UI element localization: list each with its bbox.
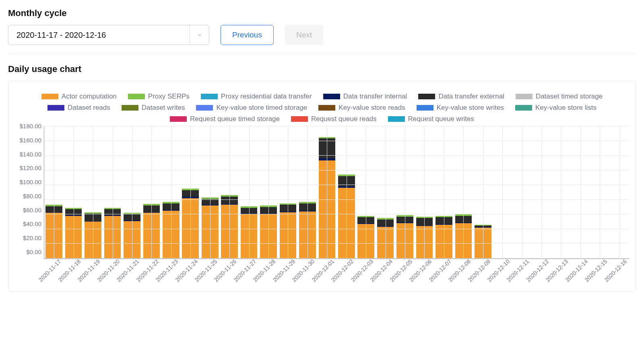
legend-item[interactable]: Proxy residential data transfer <box>201 92 312 101</box>
legend-label: Proxy SERPs <box>148 92 190 101</box>
legend-label: Key-value store timed storage <box>216 104 307 112</box>
x-tick: 2020-11-29 <box>278 259 297 288</box>
gridline-v <box>74 126 74 259</box>
x-tick: 2020-12-09 <box>473 259 492 288</box>
gridline-v <box>327 126 327 259</box>
legend-item[interactable]: Dataset reads <box>47 104 110 112</box>
gridline-v <box>600 126 600 259</box>
x-tick: 2020-12-04 <box>376 259 395 288</box>
cycle-range-select[interactable]: 2020-11-17 - 2020-12-16 <box>8 25 209 45</box>
next-button: Next <box>285 25 323 45</box>
legend-item[interactable]: Key-value store lists <box>515 104 597 112</box>
gridline-v <box>54 126 54 259</box>
legend-item[interactable]: Request queue writes <box>388 115 474 123</box>
y-axis: $180.00$160.00$140.00$120.00$100.00$80.0… <box>15 123 44 255</box>
chart-legend: Actor computationProxy SERPsProxy reside… <box>15 91 629 125</box>
legend-item[interactable]: Key-value store reads <box>318 104 405 112</box>
x-tick: 2020-12-02 <box>336 259 356 288</box>
legend-item[interactable]: Data transfer internal <box>323 92 407 101</box>
legend-item[interactable]: Proxy SERPs <box>128 92 190 101</box>
x-tick: 2020-11-19 <box>83 259 102 288</box>
y-tick-label: $140.00 <box>20 151 41 158</box>
legend-swatch <box>323 94 340 99</box>
gridline-v <box>347 126 347 259</box>
gridline-v <box>229 126 230 259</box>
x-tick: 2020-12-01 <box>317 259 336 288</box>
legend-item[interactable]: Key-value store timed storage <box>196 104 307 112</box>
y-tick-label: $40.00 <box>23 220 41 227</box>
gridline-v <box>424 126 425 259</box>
legend-label: Actor computation <box>62 92 117 101</box>
legend-swatch <box>516 94 533 99</box>
legend-swatch <box>515 105 532 111</box>
y-tick-label: $120.00 <box>20 164 41 171</box>
legend-swatch <box>388 116 405 122</box>
legend-item[interactable]: Actor computation <box>41 92 117 101</box>
x-tick: 2020-11-20 <box>102 259 122 288</box>
x-tick: 2020-12-05 <box>395 259 414 288</box>
legend-swatch <box>417 105 433 111</box>
legend-label: Dataset reads <box>68 104 110 112</box>
legend-label: Key-value store reads <box>339 104 405 112</box>
y-tick-label: $60.00 <box>23 207 41 214</box>
chevron-down-icon <box>190 25 209 45</box>
legend-item[interactable]: Request queue timed storage <box>170 115 280 123</box>
gridline-v <box>171 126 171 259</box>
legend-swatch <box>41 94 58 99</box>
x-tick: 2020-11-18 <box>63 259 83 288</box>
monthly-cycle-heading: Monthly cycle <box>8 8 636 18</box>
legend-label: Request queue writes <box>408 115 474 123</box>
x-tick: 2020-12-06 <box>415 259 434 288</box>
y-tick-label: $0.00 <box>26 249 41 255</box>
gridline-v <box>522 126 522 259</box>
gridline-v <box>483 126 483 259</box>
x-tick: 2020-11-25 <box>200 259 219 288</box>
legend-swatch <box>318 105 335 111</box>
legend-item[interactable]: Dataset timed storage <box>516 92 603 101</box>
gridline-v <box>561 126 561 259</box>
legend-swatch <box>201 94 218 99</box>
x-tick: 2020-11-27 <box>239 259 258 288</box>
legend-swatch <box>47 105 64 111</box>
x-tick: 2020-12-12 <box>532 259 551 288</box>
gridline-v <box>113 126 113 259</box>
x-tick: 2020-11-23 <box>161 259 180 288</box>
x-tick: 2020-11-22 <box>141 259 161 288</box>
legend-item[interactable]: Dataset writes <box>122 104 185 112</box>
x-tick: 2020-12-07 <box>434 259 453 288</box>
x-tick: 2020-11-24 <box>180 259 200 288</box>
gridline-v <box>444 126 444 259</box>
legend-label: Dataset timed storage <box>536 92 603 101</box>
gridline-v <box>541 126 542 259</box>
legend-label: Dataset writes <box>142 104 185 112</box>
legend-swatch <box>196 105 213 111</box>
legend-item[interactable]: Data transfer external <box>418 92 504 101</box>
legend-item[interactable]: Request queue reads <box>291 115 377 123</box>
y-tick-label: $160.00 <box>20 137 41 144</box>
legend-label: Data transfer external <box>438 92 504 101</box>
legend-swatch <box>418 94 435 99</box>
y-tick-label: $180.00 <box>20 123 41 129</box>
previous-button[interactable]: Previous <box>221 25 274 45</box>
gridline-v <box>386 126 386 259</box>
x-tick: 2020-12-10 <box>493 259 512 288</box>
x-tick: 2020-12-13 <box>551 259 570 288</box>
y-tick-label: $100.00 <box>20 179 41 185</box>
legend-label: Request queue timed storage <box>190 115 280 123</box>
cycle-range-value: 2020-11-17 - 2020-12-16 <box>17 31 106 40</box>
divider <box>8 54 636 54</box>
gridline-v <box>190 126 191 259</box>
gridline-v <box>405 126 405 259</box>
legend-item[interactable]: Key-value store writes <box>417 104 504 112</box>
x-tick: 2020-11-28 <box>258 259 278 288</box>
chart-heading: Daily usage chart <box>8 64 636 74</box>
x-tick: 2020-12-16 <box>610 259 629 288</box>
x-tick: 2020-11-30 <box>297 259 317 288</box>
x-tick: 2020-11-26 <box>219 259 239 288</box>
x-tick: 2020-12-11 <box>512 259 531 288</box>
legend-swatch <box>170 116 187 122</box>
plot-area <box>44 126 629 259</box>
legend-label: Key-value store writes <box>437 104 504 112</box>
gridline-v <box>132 126 132 259</box>
legend-label: Key-value store lists <box>535 104 597 112</box>
